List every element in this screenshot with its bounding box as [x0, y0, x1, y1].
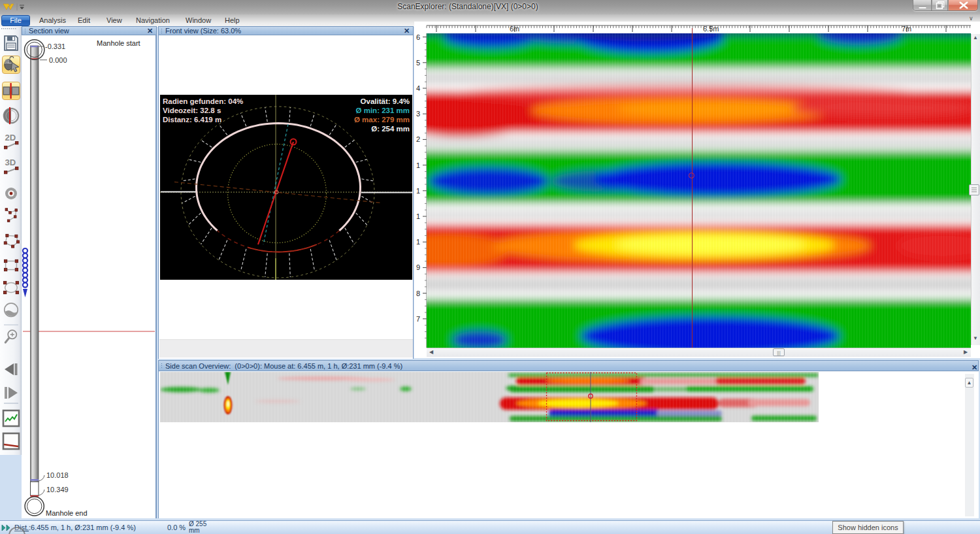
svg-text:10.349: 10.349 [46, 486, 69, 493]
svg-text:3D: 3D [5, 158, 16, 167]
svg-text:Manhole end: Manhole end [46, 509, 88, 517]
svg-text:Ovalität: 9.4%: Ovalität: 9.4% [361, 97, 410, 105]
svg-text:Videozeit: 32.8 s: Videozeit: 32.8 s [163, 107, 221, 114]
svg-text:Distanz: 6.419 m: Distanz: 6.419 m [163, 116, 221, 124]
svg-text:Radien gefunden: 04%: Radien gefunden: 04% [163, 97, 243, 105]
svg-text:Ø: 254 mm: Ø: 254 mm [371, 125, 410, 133]
svg-text:Ø max: 279 mm: Ø max: 279 mm [354, 116, 410, 124]
svg-text:2D: 2D [5, 133, 16, 142]
svg-text:Ø min: 231 mm: Ø min: 231 mm [356, 107, 410, 114]
svg-text:Manhole start: Manhole start [97, 39, 140, 47]
svg-text:0.000: 0.000 [49, 56, 67, 64]
svg-text:10.018: 10.018 [46, 471, 69, 479]
svg-text:-0.331: -0.331 [45, 42, 65, 50]
